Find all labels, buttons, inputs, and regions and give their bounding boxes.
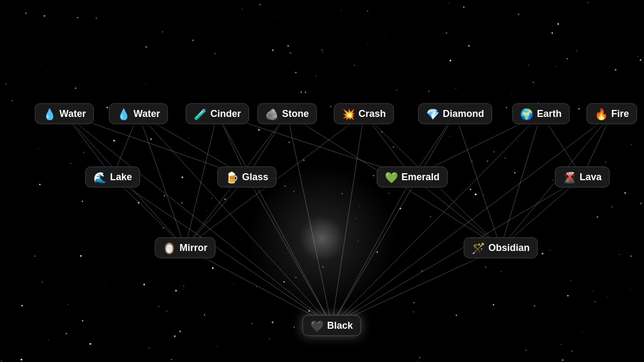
- node-label-lava: Lava: [580, 172, 602, 183]
- node-label-stone: Stone: [282, 108, 309, 120]
- nodes-container: 💧Water💧Water🧪Cinder🪨Stone💥Crash💎Diamond🌍…: [0, 0, 644, 362]
- node-icon-crash: 💥: [342, 108, 355, 119]
- node-label-crash: Crash: [358, 108, 386, 120]
- node-label-water2: Water: [134, 108, 160, 120]
- node-label-water1: Water: [60, 108, 86, 120]
- node-label-earth: Earth: [537, 108, 561, 120]
- node-icon-diamond: 💎: [426, 108, 440, 119]
- node-cinder[interactable]: 🧪Cinder: [186, 104, 249, 124]
- node-obsidian[interactable]: 🪄Obsidian: [464, 238, 538, 258]
- node-icon-water2: 💧: [117, 108, 130, 119]
- node-label-mirror: Mirror: [179, 242, 207, 254]
- node-label-fire: Fire: [611, 108, 629, 120]
- node-stone[interactable]: 🪨Stone: [257, 104, 317, 124]
- node-icon-earth: 🌍: [520, 108, 533, 119]
- node-mirror[interactable]: 🪞Mirror: [155, 238, 215, 258]
- node-label-lake: Lake: [110, 172, 132, 183]
- node-label-glass: Glass: [242, 172, 268, 183]
- node-fire[interactable]: 🔥Fire: [587, 104, 637, 124]
- node-icon-cinder: 🧪: [194, 108, 207, 119]
- node-label-emerald: Emerald: [401, 172, 440, 183]
- node-icon-stone: 🪨: [265, 108, 279, 119]
- node-crash[interactable]: 💥Crash: [334, 104, 394, 124]
- node-icon-mirror: 🪞: [163, 242, 176, 253]
- node-icon-glass: 🍺: [225, 172, 239, 182]
- node-water1[interactable]: 💧Water: [35, 104, 94, 124]
- node-lake[interactable]: 🌊Lake: [85, 167, 140, 188]
- node-emerald[interactable]: 💚Emerald: [377, 167, 448, 188]
- node-icon-black: 🖤: [310, 320, 324, 331]
- node-glass[interactable]: 🍺Glass: [217, 167, 276, 188]
- node-icon-obsidian: 🪄: [472, 242, 485, 253]
- node-icon-lake: 🌊: [93, 172, 107, 182]
- node-water2[interactable]: 💧Water: [109, 104, 168, 124]
- node-earth[interactable]: 🌍Earth: [512, 104, 569, 124]
- node-icon-emerald: 💚: [385, 172, 398, 182]
- node-lava[interactable]: 🌋Lava: [555, 167, 610, 188]
- node-icon-fire: 🔥: [595, 108, 608, 119]
- node-label-diamond: Diamond: [443, 108, 484, 120]
- node-icon-lava: 🌋: [563, 172, 576, 182]
- node-label-black: Black: [327, 320, 353, 331]
- node-label-cinder: Cinder: [210, 108, 241, 120]
- node-icon-water1: 💧: [43, 108, 56, 119]
- node-diamond[interactable]: 💎Diamond: [418, 104, 492, 124]
- node-black[interactable]: 🖤Black: [302, 315, 361, 336]
- node-label-obsidian: Obsidian: [488, 242, 530, 254]
